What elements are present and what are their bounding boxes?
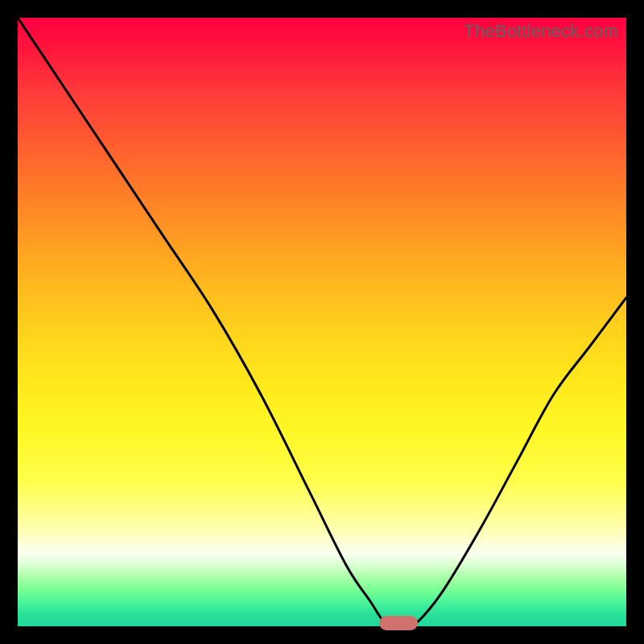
chart-frame: TheBottleneck.com — [0, 0, 644, 644]
bottleneck-curve — [18, 18, 626, 626]
optimal-marker — [379, 616, 418, 630]
plot-area: TheBottleneck.com — [18, 18, 626, 626]
